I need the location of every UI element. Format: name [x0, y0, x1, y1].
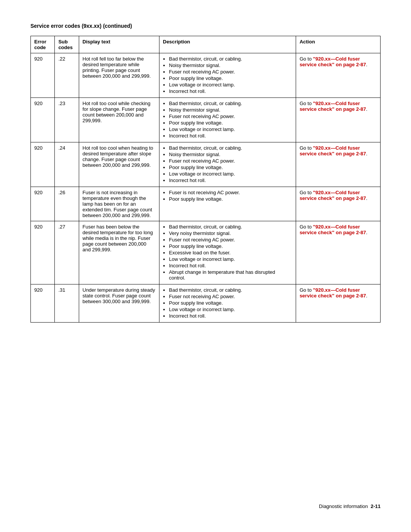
- list-item: Excessive load on the fuser.: [169, 250, 292, 256]
- cell-action: Go to "920.xx—Cold fuser service check" …: [296, 221, 381, 284]
- action-link[interactable]: "920.xx—Cold fuser service check" on pag…: [299, 224, 366, 235]
- cell-sub-code: .23: [55, 98, 79, 142]
- list-item: Noisy thermistor signal.: [169, 62, 292, 68]
- cell-display-text: Hot roll fell too far below the desired …: [79, 53, 159, 98]
- table-row: 920.24Hot roll too cool when heating to …: [31, 142, 381, 187]
- cell-sub-code: .24: [55, 142, 79, 187]
- list-item: Poor supply line voltage.: [169, 165, 292, 170]
- header-display-text: Display text: [79, 36, 159, 53]
- table-row: 920.22Hot roll fell too far below the de…: [31, 53, 381, 98]
- header-description: Description: [159, 36, 296, 53]
- header-sub-codes: Subcodes: [55, 36, 79, 53]
- list-item: Low voltage or incorrect lamp.: [169, 256, 292, 262]
- cell-sub-code: .27: [55, 221, 79, 284]
- cell-error-code: 920: [31, 284, 55, 323]
- list-item: Bad thermistor, circuit, or cabling.: [169, 224, 292, 230]
- table-row: 920.31Under temperature during steady st…: [31, 284, 381, 323]
- list-item: Low voltage or incorrect lamp.: [169, 82, 292, 88]
- cell-description: Bad thermistor, circuit, or cabling.Very…: [159, 221, 296, 284]
- list-item: Bad thermistor, circuit, or cabling.: [169, 145, 292, 151]
- cell-action: Go to "920.xx—Cold fuser service check" …: [296, 53, 381, 98]
- list-item: Fuser not receiving AC power.: [169, 113, 292, 119]
- list-item: Fuser not receiving AC power.: [169, 237, 292, 243]
- list-item: Fuser not receiving AC power.: [169, 69, 292, 75]
- cell-sub-code: .26: [55, 187, 79, 221]
- cell-display-text: Hot roll too cool when heating to desire…: [79, 142, 159, 187]
- cell-action: Go to "920.xx—Cold fuser service check" …: [296, 187, 381, 221]
- table-row: 920.26Fuser is not increasing in tempera…: [31, 187, 381, 221]
- list-item: Abrupt change in temperature that has di…: [169, 269, 292, 281]
- cell-sub-code: .31: [55, 284, 79, 323]
- list-item: Incorrect hot roll.: [169, 263, 292, 268]
- cell-description: Bad thermistor, circuit, or cabling.Fuse…: [159, 284, 296, 323]
- list-item: Incorrect hot roll.: [169, 88, 292, 94]
- cell-action: Go to "920.xx—Cold fuser service check" …: [296, 98, 381, 142]
- cell-display-text: Hot roll too cool while checking for slo…: [79, 98, 159, 142]
- header-error-code: Errorcode: [31, 36, 55, 53]
- list-item: Low voltage or incorrect lamp.: [169, 307, 292, 312]
- page-title: Service error codes (9xx.xx) (continued): [30, 23, 381, 29]
- cell-error-code: 920: [31, 142, 55, 187]
- table-row: 920.23Hot roll too cool while checking f…: [31, 98, 381, 142]
- cell-description: Bad thermistor, circuit, or cabling.Nois…: [159, 142, 296, 187]
- list-item: Noisy thermistor signal.: [169, 152, 292, 157]
- action-link[interactable]: "920.xx—Cold fuser service check" on pag…: [299, 145, 366, 157]
- list-item: Bad thermistor, circuit, or cabling.: [169, 287, 292, 293]
- footer: Diagnostic information 2-11: [319, 503, 381, 509]
- cell-error-code: 920: [31, 187, 55, 221]
- cell-sub-code: .22: [55, 53, 79, 98]
- cell-action: Go to "920.xx—Cold fuser service check" …: [296, 142, 381, 187]
- cell-description: Bad thermistor, circuit, or cabling.Nois…: [159, 98, 296, 142]
- cell-description: Bad thermistor, circuit, or cabling.Nois…: [159, 53, 296, 98]
- list-item: Low voltage or incorrect lamp.: [169, 126, 292, 132]
- cell-display-text: Fuser has been below the desired tempera…: [79, 221, 159, 284]
- list-item: Bad thermistor, circuit, or cabling.: [169, 101, 292, 106]
- cell-action: Go to "920.xx—Cold fuser service check" …: [296, 284, 381, 323]
- action-link[interactable]: "920.xx—Cold fuser service check" on pag…: [299, 56, 366, 67]
- list-item: Incorrect hot roll.: [169, 177, 292, 183]
- cell-error-code: 920: [31, 98, 55, 142]
- list-item: Incorrect hot roll.: [169, 313, 292, 319]
- list-item: Bad thermistor, circuit, or cabling.: [169, 56, 292, 62]
- list-item: Low voltage or incorrect lamp.: [169, 171, 292, 177]
- list-item: Fuser not receiving AC power.: [169, 294, 292, 299]
- list-item: Poor supply line voltage.: [169, 196, 292, 202]
- cell-error-code: 920: [31, 221, 55, 284]
- action-link[interactable]: "920.xx—Cold fuser service check" on pag…: [299, 287, 366, 299]
- list-item: Poor supply line voltage.: [169, 120, 292, 126]
- action-link[interactable]: "920.xx—Cold fuser service check" on pag…: [299, 101, 366, 112]
- list-item: Noisy thermistor signal.: [169, 107, 292, 113]
- list-item: Poor supply line voltage.: [169, 75, 292, 81]
- cell-error-code: 920: [31, 53, 55, 98]
- list-item: Fuser is not receiving AC power.: [169, 190, 292, 195]
- list-item: Very noisy thermistor signal.: [169, 230, 292, 236]
- footer-page: 2-11: [371, 503, 381, 509]
- list-item: Poor supply line voltage.: [169, 243, 292, 249]
- list-item: Poor supply line voltage.: [169, 300, 292, 306]
- table-row: 920.27Fuser has been below the desired t…: [31, 221, 381, 284]
- action-link[interactable]: "920.xx—Cold fuser service check" on pag…: [299, 190, 366, 201]
- cell-display-text: Under temperature during steady state co…: [79, 284, 159, 323]
- cell-description: Fuser is not receiving AC power.Poor sup…: [159, 187, 296, 221]
- header-action: Action: [296, 36, 381, 53]
- list-item: Incorrect hot roll.: [169, 133, 292, 139]
- footer-label: Diagnostic information: [319, 503, 368, 509]
- list-item: Fuser not receiving AC power.: [169, 158, 292, 164]
- error-table: Errorcode Subcodes Display text Descript…: [30, 36, 381, 323]
- cell-display-text: Fuser is not increasing in temperature e…: [79, 187, 159, 221]
